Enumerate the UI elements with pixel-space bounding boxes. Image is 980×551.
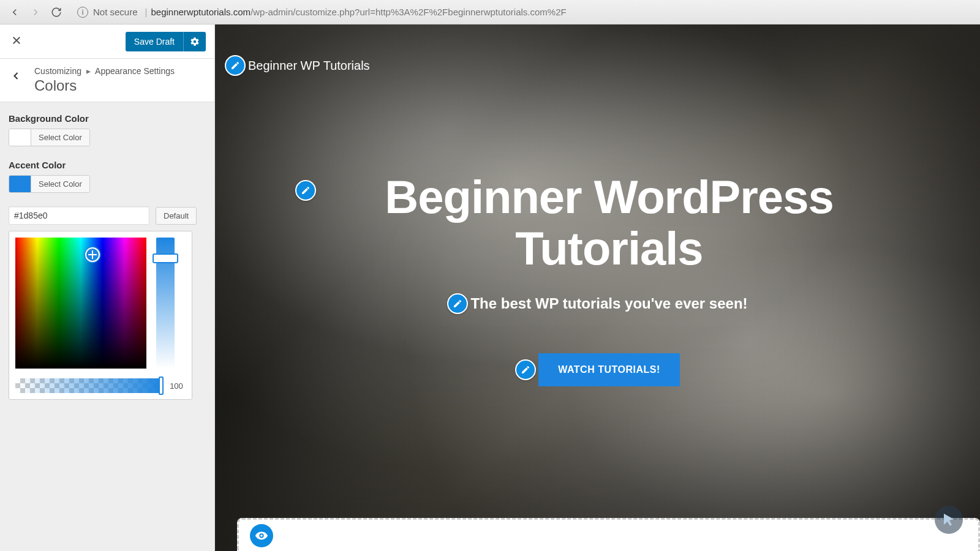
accent-color-control[interactable]: Select Color bbox=[9, 175, 90, 193]
eye-icon bbox=[250, 524, 273, 547]
background-select-color-button[interactable]: Select Color bbox=[31, 129, 89, 146]
breadcrumb-block: Customizing ▸ Appearance Settings Colors bbox=[0, 59, 214, 102]
background-color-control[interactable]: Select Color bbox=[9, 129, 90, 146]
edit-cta-button[interactable] bbox=[515, 359, 536, 380]
lightness-slider[interactable] bbox=[156, 238, 175, 369]
visibility-strip[interactable] bbox=[237, 518, 980, 551]
hex-input[interactable] bbox=[9, 206, 149, 225]
cursor-watermark-icon bbox=[935, 506, 963, 534]
panel-back-button[interactable] bbox=[10, 66, 34, 82]
edit-hero-title-button[interactable] bbox=[295, 180, 316, 201]
accent-color-swatch bbox=[9, 176, 31, 192]
default-button[interactable]: Default bbox=[156, 207, 197, 225]
edit-tagline-button[interactable] bbox=[447, 293, 468, 314]
section-title: Colors bbox=[34, 77, 175, 94]
close-customizer-button[interactable] bbox=[9, 31, 24, 52]
forward-nav-button[interactable] bbox=[27, 4, 44, 21]
edit-site-title-button[interactable] bbox=[225, 55, 246, 76]
hue-saturation-square[interactable] bbox=[15, 238, 146, 369]
chevron-right-icon: ▸ bbox=[86, 66, 91, 76]
customizer-sidebar: Save Draft Customizing ▸ Appearance Sett… bbox=[0, 24, 215, 551]
watch-tutorials-button[interactable]: WATCH TUTORIALS! bbox=[538, 353, 680, 386]
site-title: Beginner WP Tutorials bbox=[248, 59, 370, 73]
info-icon: i bbox=[77, 7, 88, 18]
lightness-handle[interactable] bbox=[153, 253, 178, 263]
background-color-swatch bbox=[9, 129, 31, 146]
accent-select-color-button[interactable]: Select Color bbox=[31, 176, 89, 192]
hero-title: Beginner WordPress Tutorials bbox=[318, 171, 900, 274]
color-picker: 100 bbox=[9, 231, 192, 400]
back-nav-button[interactable] bbox=[6, 4, 23, 21]
hero-tagline: The best WP tutorials you've ever seen! bbox=[470, 295, 747, 312]
address-bar[interactable]: i Not secure | beginnerwptutorials.com/w… bbox=[77, 7, 974, 18]
publish-settings-button[interactable] bbox=[183, 32, 206, 51]
accent-color-label: Accent Color bbox=[9, 160, 206, 170]
background-color-label: Background Color bbox=[9, 113, 206, 124]
save-draft-button[interactable]: Save Draft bbox=[126, 32, 183, 51]
reload-button[interactable] bbox=[48, 4, 65, 21]
preview-pane: Beginner WP Tutorials Beginner WordPress… bbox=[215, 24, 980, 551]
sv-handle[interactable] bbox=[85, 247, 100, 262]
security-label: Not secure bbox=[93, 7, 138, 17]
url-path: /wp-admin/customize.php?url=http%3A%2F%2… bbox=[251, 7, 567, 17]
alpha-handle[interactable] bbox=[159, 377, 164, 395]
alpha-value: 100 bbox=[167, 381, 186, 391]
breadcrumb: Customizing ▸ Appearance Settings bbox=[34, 66, 175, 76]
sidebar-header: Save Draft bbox=[0, 24, 214, 59]
url-host: beginnerwptutorials.com bbox=[151, 7, 251, 17]
browser-toolbar: i Not secure | beginnerwptutorials.com/w… bbox=[0, 0, 980, 24]
alpha-slider[interactable] bbox=[15, 378, 162, 393]
